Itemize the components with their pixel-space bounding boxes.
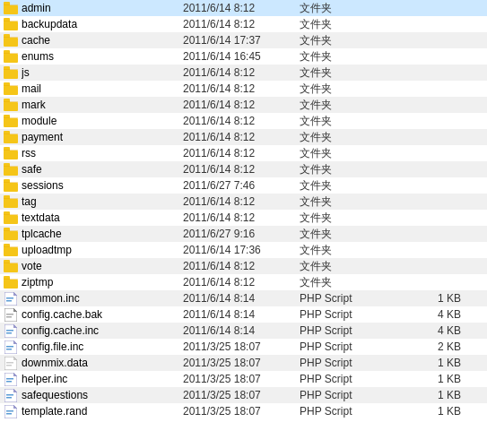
file-type: 文件夹 — [300, 194, 407, 210]
list-item[interactable]: module 2011/6/14 8:12 文件夹 — [0, 113, 487, 129]
file-icon — [4, 389, 18, 401]
svg-rect-85 — [6, 413, 12, 415]
list-item[interactable]: mail 2011/6/14 8:12 文件夹 — [0, 81, 487, 97]
list-item[interactable]: vote 2011/6/14 8:12 文件夹 — [0, 258, 487, 274]
file-name: enums — [22, 50, 183, 63]
file-date: 2011/6/14 8:12 — [183, 2, 300, 14]
svg-rect-9 — [4, 54, 18, 63]
svg-rect-57 — [6, 300, 12, 302]
file-type: 文件夹 — [300, 1, 407, 16]
svg-rect-17 — [4, 85, 18, 86]
file-icon — [4, 82, 18, 95]
list-item[interactable]: backupdata 2011/6/14 8:12 文件夹 — [0, 16, 487, 32]
file-date: 2011/6/14 8:12 — [183, 115, 300, 127]
file-name: config.cache.bak — [22, 308, 183, 321]
svg-rect-26 — [4, 134, 18, 134]
svg-rect-33 — [4, 183, 18, 192]
file-name: admin — [22, 2, 183, 14]
file-name: safe — [22, 163, 183, 176]
file-icon — [4, 324, 18, 337]
svg-rect-49 — [4, 260, 10, 264]
svg-rect-84 — [6, 410, 13, 412]
file-name: uploadtmp — [22, 244, 183, 256]
list-item[interactable]: template.rand 2011/3/25 18:07 PHP Script… — [0, 403, 487, 419]
svg-rect-2 — [4, 4, 18, 5]
svg-rect-14 — [4, 69, 18, 70]
svg-rect-12 — [4, 70, 18, 79]
list-item[interactable]: ziptmp 2011/6/14 8:12 文件夹 — [0, 274, 487, 290]
svg-rect-65 — [6, 332, 12, 334]
svg-rect-47 — [4, 246, 18, 247]
file-name: mail — [22, 82, 183, 95]
list-item[interactable]: common.inc 2011/6/14 8:14 PHP Script 1 K… — [0, 290, 487, 306]
file-icon — [4, 195, 18, 208]
file-size: 4 KB — [407, 324, 461, 337]
svg-rect-77 — [6, 381, 12, 383]
file-icon — [4, 18, 18, 30]
file-name: backupdata — [22, 18, 183, 30]
file-name: rss — [22, 147, 183, 159]
file-type: 文件夹 — [300, 275, 407, 290]
file-size: 4 KB — [407, 308, 461, 321]
svg-rect-40 — [4, 211, 10, 216]
file-type: 文件夹 — [300, 259, 407, 274]
list-item[interactable]: safequestions 2011/3/25 18:07 PHP Script… — [0, 387, 487, 403]
list-item[interactable]: admin 2011/6/14 8:12 文件夹 — [0, 0, 487, 16]
list-item[interactable]: config.cache.bak 2011/6/14 8:14 PHP Scri… — [0, 306, 487, 323]
list-item[interactable]: payment 2011/6/14 8:12 文件夹 — [0, 129, 487, 145]
file-date: 2011/3/25 18:07 — [183, 373, 300, 385]
file-name: textdata — [22, 211, 183, 224]
file-icon — [4, 50, 18, 63]
svg-rect-68 — [6, 346, 13, 348]
svg-rect-52 — [4, 276, 10, 280]
file-date: 2011/6/14 8:12 — [183, 195, 300, 208]
list-item[interactable]: mark 2011/6/14 8:12 文件夹 — [0, 97, 487, 113]
svg-rect-24 — [4, 134, 18, 143]
list-item[interactable]: helper.inc 2011/3/25 18:07 PHP Script 1 … — [0, 371, 487, 387]
list-item[interactable]: sessions 2011/6/27 7:46 文件夹 — [0, 177, 487, 194]
list-item[interactable]: config.file.inc 2011/3/25 18:07 PHP Scri… — [0, 339, 487, 355]
list-item[interactable]: downmix.data 2011/3/25 18:07 PHP Script … — [0, 355, 487, 371]
svg-rect-56 — [6, 297, 13, 299]
svg-rect-13 — [4, 66, 10, 71]
file-name: mark — [22, 99, 183, 111]
list-item[interactable]: rss 2011/6/14 8:12 文件夹 — [0, 145, 487, 161]
file-date: 2011/3/25 18:07 — [183, 405, 300, 418]
svg-rect-8 — [4, 37, 18, 38]
file-name: vote — [22, 260, 183, 272]
file-date: 2011/6/14 8:12 — [183, 276, 300, 289]
svg-rect-39 — [4, 215, 18, 224]
file-date: 2011/6/14 17:36 — [183, 244, 300, 256]
file-name: payment — [22, 131, 183, 143]
file-name: common.inc — [22, 292, 183, 305]
svg-rect-25 — [4, 131, 10, 135]
list-item[interactable]: safe 2011/6/14 8:12 文件夹 — [0, 161, 487, 177]
list-item[interactable]: textdata 2011/6/14 8:12 文件夹 — [0, 210, 487, 226]
list-item[interactable]: cache 2011/6/14 17:37 文件夹 — [0, 32, 487, 48]
svg-rect-36 — [4, 199, 18, 208]
file-type: 文件夹 — [300, 114, 407, 129]
file-date: 2011/6/14 8:12 — [183, 99, 300, 111]
list-item[interactable]: js 2011/6/14 8:12 文件夹 — [0, 65, 487, 81]
svg-rect-42 — [4, 231, 18, 240]
list-item[interactable]: uploadtmp 2011/6/14 17:36 文件夹 — [0, 242, 487, 258]
file-type: 文件夹 — [300, 82, 407, 97]
file-name: js — [22, 66, 183, 79]
file-name: tag — [22, 195, 183, 208]
svg-rect-69 — [6, 349, 12, 350]
svg-rect-20 — [4, 101, 18, 102]
svg-rect-11 — [4, 53, 18, 54]
svg-rect-53 — [4, 279, 18, 280]
file-icon — [4, 373, 18, 385]
svg-rect-43 — [4, 228, 10, 232]
list-item[interactable]: tag 2011/6/14 8:12 文件夹 — [0, 194, 487, 210]
svg-rect-73 — [6, 365, 12, 366]
file-icon — [4, 292, 18, 305]
file-name: tplcache — [22, 228, 183, 240]
list-item[interactable]: config.cache.inc 2011/6/14 8:14 PHP Scri… — [0, 323, 487, 339]
list-item[interactable]: tplcache 2011/6/27 9:16 文件夹 — [0, 226, 487, 242]
list-item[interactable]: enums 2011/6/14 16:45 文件夹 — [0, 48, 487, 65]
file-type: 文件夹 — [300, 98, 407, 113]
file-date: 2011/6/14 8:12 — [183, 211, 300, 224]
file-date: 2011/6/14 8:12 — [183, 131, 300, 143]
